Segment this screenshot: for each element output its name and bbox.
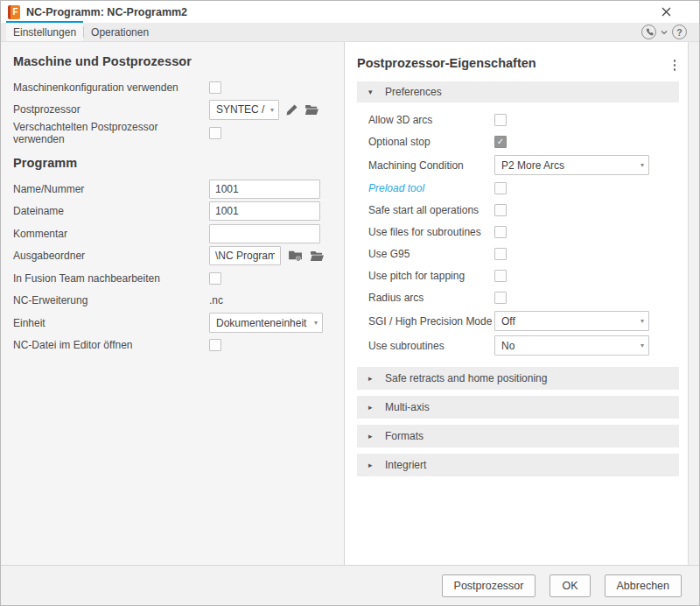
row-unit: Einheit Dokumenteneinheit ▾: [13, 312, 339, 335]
filename-label: Dateiname: [13, 205, 209, 217]
open-editor-checkbox[interactable]: [209, 339, 221, 351]
row-nc-extension: NC-Erweiterung .nc: [13, 290, 339, 313]
view-output-folder-icon[interactable]: [288, 250, 303, 262]
use-files-label: Use files for subroutines: [368, 226, 494, 238]
radius-arcs-label: Radius arcs: [368, 292, 494, 304]
use-machine-config-label: Maschinenkonfiguration verwenden: [13, 81, 209, 94]
titlebar: F NC-Programm: NC-Programm2: [1, 1, 699, 23]
caret-right-icon: ▸: [366, 403, 385, 412]
phone-support-icon[interactable]: [641, 25, 656, 39]
tab-einstellungen[interactable]: Einstellungen: [6, 23, 83, 41]
row-sgi-mode: SGI / High Precision Mode Off ▾: [368, 309, 679, 334]
unit-dropdown[interactable]: Dokumenteneinheit ▾: [209, 313, 323, 333]
settings-panel: Maschine und Postprozessor Maschinenkonf…: [1, 42, 345, 565]
fusion-team-label: In Fusion Team nachbearbeiten: [13, 272, 209, 285]
dropdown-caret-icon: ▾: [314, 319, 318, 327]
use-subroutines-dropdown[interactable]: No ▾: [494, 335, 649, 356]
section-formats-label: Formats: [385, 430, 424, 442]
use-pitch-checkbox[interactable]: [494, 270, 507, 282]
output-folder-label: Ausgabeordner: [13, 250, 209, 262]
tab-operationen[interactable]: Operationen: [84, 23, 156, 41]
tab-operationen-label: Operationen: [91, 26, 149, 39]
row-comment: Kommentar: [13, 222, 339, 245]
postprocessor-button[interactable]: Postprozessor: [442, 574, 536, 597]
section-integriert-label: Integriert: [385, 459, 426, 471]
post-properties-panel: Postprozessor-Eigenschaften ▾ Preference…: [345, 42, 688, 565]
browse-postprocessor-folder-icon[interactable]: [304, 104, 319, 116]
edit-postprocessor-icon[interactable]: [285, 103, 298, 116]
postprocessor-label: Postprozessor: [13, 103, 209, 116]
browse-output-folder-icon[interactable]: [310, 250, 325, 262]
section-safe-retracts[interactable]: ▸ Safe retracts and home positioning: [357, 367, 679, 390]
postprocessor-value: SYNTEC / s: [216, 103, 266, 116]
caret-down-icon: ▾: [366, 88, 385, 96]
section-formats[interactable]: ▸ Formats: [357, 425, 679, 447]
row-fusion-team: In Fusion Team nachbearbeiten: [13, 267, 339, 290]
window-title: NC-Programm: NC-Programm2: [26, 6, 187, 18]
section-integriert[interactable]: ▸ Integriert: [357, 454, 679, 476]
nc-extension-label: NC-Erweiterung: [13, 294, 209, 307]
preferences-rows: Allow 3D arcs Optional stop Machining Co…: [357, 109, 679, 358]
tab-einstellungen-label: Einstellungen: [13, 26, 76, 39]
use-subroutines-label: Use subroutines: [368, 340, 494, 352]
ok-button[interactable]: OK: [550, 574, 590, 597]
preload-tool-label: Preload tool: [368, 182, 494, 194]
use-files-checkbox[interactable]: [494, 226, 507, 238]
safe-start-label: Safe start all operations: [368, 204, 494, 216]
help-icon[interactable]: ?: [672, 25, 687, 39]
row-optional-stop: Optional stop: [368, 131, 679, 153]
preferences-section-header[interactable]: ▾ Preferences: [357, 81, 679, 102]
sgi-mode-dropdown[interactable]: Off ▾: [494, 311, 649, 331]
row-safe-start: Safe start all operations: [368, 200, 679, 222]
machine-section-title: Maschine und Postprozessor: [13, 54, 339, 68]
fusion-document-icon: F: [8, 5, 20, 19]
sgi-mode-value: Off: [501, 315, 636, 328]
row-output-folder: Ausgabeordner: [13, 245, 339, 268]
nc-extension-value: .nc: [209, 294, 223, 307]
postprocessor-dropdown[interactable]: SYNTEC / s ▾: [209, 100, 279, 120]
cascading-post-label: Verschachtelten Postprozessor verwenden: [13, 121, 209, 145]
machining-condition-label: Machining Condition: [368, 159, 494, 172]
row-open-editor: NC-Datei im Editor öffnen: [13, 335, 339, 357]
caret-right-icon: ▸: [366, 432, 385, 440]
safe-start-checkbox[interactable]: [494, 204, 507, 216]
use-machine-config-checkbox[interactable]: [209, 81, 221, 94]
dropdown-caret-icon: ▾: [640, 317, 644, 325]
fusion-team-checkbox[interactable]: [209, 272, 221, 285]
open-editor-label: NC-Datei im Editor öffnen: [13, 339, 209, 351]
tab-bar: Einstellungen Operationen ?: [1, 23, 699, 42]
optional-stop-checkbox[interactable]: [494, 136, 507, 148]
nc-program-dialog: F NC-Programm: NC-Programm2 Einstellunge…: [0, 0, 700, 606]
machining-condition-dropdown[interactable]: P2 More Arcs ▾: [494, 155, 649, 175]
allow-3d-arcs-checkbox[interactable]: [494, 114, 507, 126]
unit-value: Dokumenteneinheit: [216, 317, 310, 329]
preload-tool-checkbox[interactable]: [494, 182, 507, 194]
row-use-subroutines: Use subroutines No ▾: [368, 334, 679, 358]
close-icon[interactable]: [659, 4, 673, 18]
section-multi-axis-label: Multi-axis: [385, 401, 430, 413]
chevron-down-icon[interactable]: [661, 30, 668, 35]
cancel-button[interactable]: Abbrechen: [605, 574, 682, 597]
radius-arcs-checkbox[interactable]: [494, 292, 507, 304]
row-filename: Dateiname: [13, 201, 339, 223]
caret-right-icon: ▸: [366, 461, 385, 469]
name-number-label: Name/Nummer: [13, 183, 209, 195]
program-section-title: Programm: [13, 156, 339, 170]
cascading-post-checkbox[interactable]: [209, 127, 221, 139]
output-folder-input[interactable]: [209, 246, 281, 265]
row-use-g95: Use G95: [368, 243, 679, 265]
dropdown-caret-icon: ▾: [640, 342, 644, 349]
use-g95-checkbox[interactable]: [494, 248, 507, 260]
post-properties-header: Postprozessor-Eigenschaften: [357, 56, 679, 73]
use-subroutines-value: No: [501, 340, 636, 352]
filename-input[interactable]: [209, 201, 320, 221]
comment-input[interactable]: [209, 224, 320, 243]
section-multi-axis[interactable]: ▸ Multi-axis: [357, 396, 679, 419]
kebab-menu-icon[interactable]: [670, 58, 680, 73]
name-number-input[interactable]: [209, 180, 320, 199]
scrollbar-track: [688, 42, 699, 565]
dropdown-caret-icon: ▾: [270, 106, 274, 114]
row-use-files: Use files for subroutines: [368, 222, 679, 243]
section-safe-retracts-label: Safe retracts and home positioning: [385, 372, 547, 384]
row-radius-arcs: Radius arcs: [368, 287, 679, 309]
